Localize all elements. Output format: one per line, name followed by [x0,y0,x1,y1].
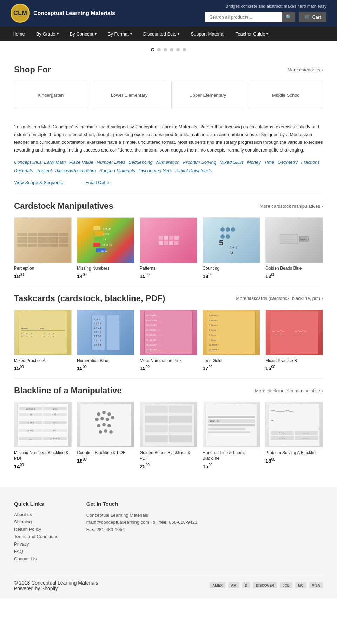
search-button[interactable]: 🔍 [282,12,295,22]
concept-link-digital[interactable]: Digital Downloads [175,168,212,173]
concept-link-support[interactable]: Support Materials [99,168,135,173]
cardstock-title: Cardstock Manipulatives [14,201,113,211]
nav-discounted-sets[interactable]: Discounted Sets ▾ [138,26,185,41]
taskcards-title: Taskcards (cardstock, blackline, PDF) [14,294,165,303]
blackline-product-grid: 27 28 29 30 32 33 2931 32 33 17 18 1922 … [14,402,323,469]
concept-link-decimals[interactable]: Decimals [14,168,33,173]
concept-link-money[interactable]: Money [247,160,261,165]
product-more-numeration-pink-price: 1500 [140,365,197,371]
concept-link-problem-solving[interactable]: Problem Solving [183,160,216,165]
svg-rect-2 [94,237,102,241]
product-missing-numbers[interactable]: 8 9 10 2 4 6 14 17 18 19 20 21 Missing N… [77,217,134,279]
concept-link-time[interactable]: Time [264,160,274,165]
nav-teacher-guide[interactable]: Teacher Guide ▾ [230,26,274,41]
product-golden-beads[interactable]: 3 tens & ones Golden Beads Blue 1200 [265,217,323,279]
cart-button[interactable]: 🛒 Cart [299,12,326,22]
concept-link-place-value[interactable]: Place Value [69,160,93,165]
nav-support-material[interactable]: Support Material [185,26,230,41]
svg-text:>, < or =: >, < or = [93,318,104,321]
concept-link-fractions[interactable]: Fractions [301,160,320,165]
carousel-dot-4[interactable] [170,48,173,51]
taskcards-header: Taskcards (cardstock, blackline, PDF) Mo… [14,294,323,303]
carousel-dot-6[interactable] [183,48,186,51]
product-mixed-practice-a-image: Name _______ Date ____ 1. __ + __ = __ 2… [14,310,72,355]
product-perception[interactable]: Perception 1800 [14,217,72,279]
product-golden-beads-price: 1200 [265,273,323,279]
footer-link-terms[interactable]: Terms and Conditions [14,534,58,539]
product-hundred-bl-name: Hundred Line & Labels Blackline [203,450,260,461]
cart-label: Cart [312,14,321,20]
nav-home[interactable]: Home [7,26,31,41]
product-hundred-bl-price: 1500 [203,463,260,469]
payment-jcb: JCB [280,582,292,588]
footer-bottom: © 2018 Conceptual Learning Materials Pow… [14,574,323,591]
product-mixed-practice-b-name: Mixed Practice B [265,358,323,364]
view-scope-link[interactable]: View Scope & Sequence [14,179,64,187]
product-golden-bl[interactable]: Golden Beads Blacklines & PDF 2500 [140,402,197,469]
concept-link-sequencing[interactable]: Sequencing [128,160,153,165]
category-middle-school[interactable]: Middle School [250,81,323,109]
search-input[interactable] [205,12,282,22]
product-more-numeration-pink-image: 10+20+80 = ___ 40+50+10 = ___ 30+20+30 =… [140,310,197,355]
carousel-dot-5[interactable] [176,48,180,51]
product-counting[interactable]: 5 4 + 2 6 Counting 1800 [203,217,260,279]
logo-icon[interactable]: CLM [11,4,30,23]
product-mixed-practice-a-name: Mixed Practice A [14,358,72,364]
carousel-dot-3[interactable] [164,48,167,51]
product-golden-bl-name: Golden Beads Blacklines & PDF [140,450,197,461]
product-problem-bl[interactable]: Name _________ Date ____ Edit 4+1+_=__ _… [265,402,323,469]
concept-link-discounted[interactable]: Discounted Sets [139,168,172,173]
concept-link-mixed-skills[interactable]: Mixed Skills [220,160,244,165]
product-numeration-blue-image: >, < or = 31 32 14 16 20 19 22 18 12 12 … [77,310,134,355]
footer-link-about[interactable]: About us [14,512,58,517]
product-mixed-practice-a[interactable]: Name _______ Date ____ 1. __ + __ = __ 2… [14,310,72,372]
payment-amex: AMEX [210,582,225,588]
more-taskcards-link[interactable]: More taskcards (cardstock, blackline, pd… [236,296,323,301]
nav-by-grade[interactable]: By Grade ▾ [31,26,64,41]
product-counting-bl[interactable]: Counting Blackline & PDF 1800 [77,402,134,469]
more-categories-link[interactable]: More categories › [288,67,323,72]
product-more-numeration-pink[interactable]: 10+20+80 = ___ 40+50+10 = ___ 30+20+30 =… [140,310,197,372]
footer-link-contact[interactable]: Contact Us [14,556,58,561]
svg-text:2 4 6: 2 4 6 [103,232,109,236]
product-golden-bl-price: 2500 [140,463,197,469]
footer-link-return[interactable]: Return Policy [14,527,58,532]
footer-link-faq[interactable]: FAQ [14,549,58,554]
carousel-dot-1[interactable] [151,48,154,51]
product-counting-name: Counting [203,266,260,271]
concept-link-algebra[interactable]: Algebra/Pre-algebra [55,168,96,173]
product-patterns-price: 1500 [140,273,197,279]
product-mixed-practice-b[interactable]: __ + __ = __ __ × __ = __ __ ÷ __ = __ _… [265,310,323,372]
product-perception-name: Perception [14,266,72,271]
concept-link-early-math[interactable]: Early Math [44,160,66,165]
footer-contact: Get In Touch Conceptual Learning Materia… [86,501,197,564]
email-optin-link[interactable]: Email Opt-in [85,179,111,187]
footer-link-privacy[interactable]: Privacy [14,541,58,547]
category-upper-elementary[interactable]: Upper Elementary [171,81,245,109]
brand-text: Conceptual Learning Materials [33,10,115,17]
nav-by-format[interactable]: By Format ▾ [102,26,138,41]
product-patterns[interactable]: Patterns 1500 [140,217,197,279]
product-missing-bl[interactable]: 27 28 29 30 32 33 2931 32 33 17 18 1922 … [14,402,72,469]
product-numeration-blue[interactable]: >, < or = 31 32 14 16 20 19 22 18 12 12 … [77,310,134,372]
site-footer: Quick Links About us Shipping Return Pol… [0,487,337,598]
footer-link-shipping[interactable]: Shipping [14,519,58,524]
nav-by-concept[interactable]: By Concept ▾ [64,26,102,41]
shop-for-section: Shop For More categories › Kindergarten … [0,58,337,116]
product-hundred-bl[interactable]: | 10 | 20 | 30 | Hundred Line & Labels B… [203,402,260,469]
concept-link-percent[interactable]: Percent [36,168,52,173]
product-counting-bl-image [77,402,134,447]
shop-for-title: Shop For [14,65,51,75]
product-problem-bl-name: Problem Solving A Blackline [265,450,323,456]
powered-by: Powered by Shopify [14,586,98,591]
category-kindergarten[interactable]: Kindergarten [14,81,87,109]
product-tens-gold[interactable]: 9 Items = 8 Items = 7 Items = 6 Items = … [203,310,260,372]
payment-am: AM [228,582,239,588]
category-lower-elementary[interactable]: Lower Elementary [93,81,166,109]
concept-link-numeration[interactable]: Numeration [156,160,179,165]
carousel-dot-2[interactable] [157,48,161,51]
more-cardstock-link[interactable]: More cardstock manipulatives › [260,204,323,209]
more-blackline-link[interactable]: More blackline of a manipulative › [255,388,323,393]
concept-link-number-lines[interactable]: Number Lines [97,160,125,165]
concept-link-geometry[interactable]: Geometry [278,160,298,165]
